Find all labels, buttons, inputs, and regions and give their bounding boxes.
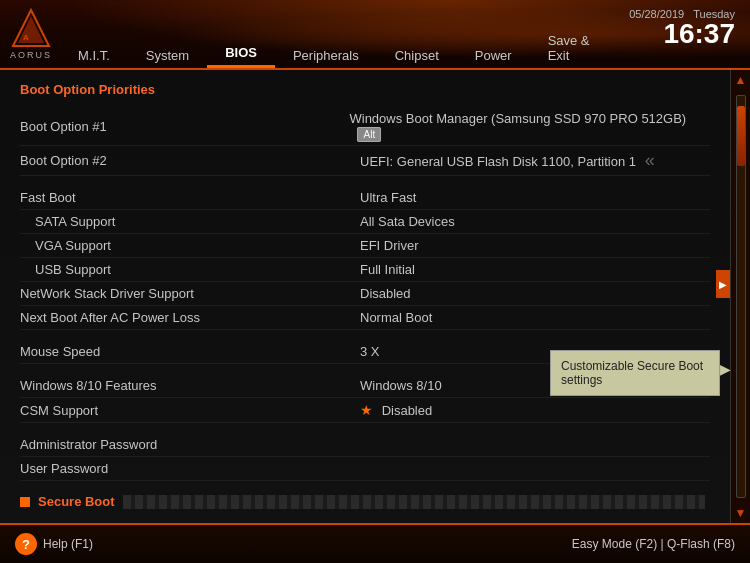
value-win810[interactable]: Windows 8/10	[360, 378, 442, 393]
value-network[interactable]: Disabled	[360, 286, 411, 301]
help-label[interactable]: Help (F1)	[43, 537, 93, 551]
secure-boot-bar[interactable]: Secure Boot	[20, 489, 710, 514]
logo-text: AORUS	[10, 50, 52, 60]
hatch-pattern	[123, 495, 705, 509]
label-nextboot: Next Boot After AC Power Loss	[20, 310, 360, 325]
alt-button[interactable]: Alt	[357, 127, 381, 142]
qflash-label[interactable]: Q-Flash (F8)	[667, 537, 735, 551]
label-network: NetWork Stack Driver Support	[20, 286, 360, 301]
nav-save-exit[interactable]: Save & Exit	[530, 28, 630, 68]
star-icon: ★	[360, 402, 373, 418]
nav-mit[interactable]: M.I.T.	[60, 43, 128, 68]
setting-row-vga: VGA Support EFI Driver	[20, 234, 710, 258]
setting-row-boot2: Boot Option #2 UEFI: General USB Flash D…	[20, 146, 710, 176]
value-vga[interactable]: EFI Driver	[360, 238, 419, 253]
help-icon: ?	[15, 533, 37, 555]
value-usb[interactable]: Full Initial	[360, 262, 415, 277]
tooltip-popup: Customizable Secure Boot settings	[550, 350, 720, 396]
setting-row-user-pw: User Password	[20, 457, 710, 481]
label-boot1: Boot Option #1	[20, 119, 349, 134]
footer: ? Help (F1) Easy Mode (F2) | Q-Flash (F8…	[0, 523, 750, 563]
setting-row-csm: CSM Support ★ Disabled	[20, 398, 710, 423]
label-fastboot: Fast Boot	[20, 190, 360, 205]
scrollbar: ▲ ▼	[730, 70, 750, 523]
label-vga: VGA Support	[20, 238, 360, 253]
secure-boot-label[interactable]: Secure Boot	[38, 494, 115, 509]
label-boot2: Boot Option #2	[20, 153, 360, 168]
header: A AORUS 05/28/2019 Tuesday 16:37 M.I.T. …	[0, 0, 750, 70]
label-usb: USB Support	[20, 262, 360, 277]
value-nextboot[interactable]: Normal Boot	[360, 310, 432, 325]
svg-text:A: A	[23, 33, 29, 42]
label-win810: Windows 8/10 Features	[20, 378, 360, 393]
content-area: Boot Option Priorities Boot Option #1 Wi…	[0, 70, 730, 523]
nav-system[interactable]: System	[128, 43, 207, 68]
label-mousespeed: Mouse Speed	[20, 344, 360, 359]
side-expand-arrow[interactable]: ▶	[716, 270, 730, 298]
logo: A AORUS	[10, 8, 52, 60]
aorus-logo-icon: A	[11, 8, 51, 48]
scroll-down-arrow[interactable]: ▼	[732, 503, 750, 523]
setting-row-admin-pw: Administrator Password	[20, 433, 710, 457]
setting-row-boot1: Boot Option #1 Windows Boot Manager (Sam…	[20, 107, 710, 146]
orange-bullet-icon	[20, 497, 30, 507]
section-title: Boot Option Priorities	[20, 82, 710, 97]
dbl-arrow-icon: «	[645, 150, 655, 170]
main-content: Boot Option Priorities Boot Option #1 Wi…	[0, 70, 750, 523]
setting-row-network: NetWork Stack Driver Support Disabled	[20, 282, 710, 306]
value-fastboot[interactable]: Ultra Fast	[360, 190, 416, 205]
time-display: 16:37	[629, 20, 735, 48]
nav-bios[interactable]: BIOS	[207, 40, 275, 68]
setting-row-fastboot: Fast Boot Ultra Fast	[20, 186, 710, 210]
nav-bar: M.I.T. System BIOS Peripherals Chipset P…	[60, 28, 630, 68]
nav-peripherals[interactable]: Peripherals	[275, 43, 377, 68]
label-admin-pw: Administrator Password	[20, 437, 360, 452]
datetime: 05/28/2019 Tuesday 16:37	[629, 8, 735, 48]
label-sata: SATA Support	[20, 214, 360, 229]
tooltip-text: Customizable Secure Boot settings	[561, 359, 703, 387]
nav-power[interactable]: Power	[457, 43, 530, 68]
footer-shortcuts: Easy Mode (F2) | Q-Flash (F8)	[572, 537, 735, 551]
value-boot2[interactable]: UEFI: General USB Flash Disk 1100, Parti…	[360, 150, 655, 171]
scrollbar-thumb[interactable]	[737, 106, 745, 166]
value-sata[interactable]: All Sata Devices	[360, 214, 455, 229]
nav-chipset[interactable]: Chipset	[377, 43, 457, 68]
setting-row-sata: SATA Support All Sata Devices	[20, 210, 710, 234]
label-user-pw: User Password	[20, 461, 360, 476]
value-boot1[interactable]: Windows Boot Manager (Samsung SSD 970 PR…	[349, 111, 710, 141]
setting-row-usb: USB Support Full Initial	[20, 258, 710, 282]
label-csm: CSM Support	[20, 403, 360, 418]
value-mousespeed[interactable]: 3 X	[360, 344, 380, 359]
value-csm[interactable]: ★ Disabled	[360, 402, 432, 418]
scroll-up-arrow[interactable]: ▲	[732, 70, 750, 90]
scrollbar-track[interactable]	[736, 95, 746, 498]
setting-row-nextboot: Next Boot After AC Power Loss Normal Boo…	[20, 306, 710, 330]
easy-mode-label[interactable]: Easy Mode (F2)	[572, 537, 657, 551]
